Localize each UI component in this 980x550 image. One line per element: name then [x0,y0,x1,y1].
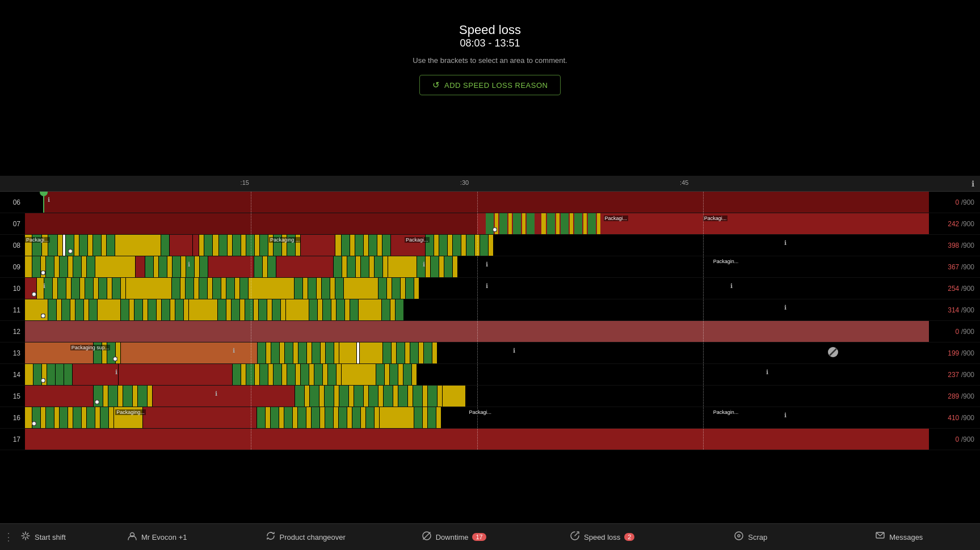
downtime-badge: 17 [472,533,486,541]
table-row: 13 [0,342,980,364]
row-hour-label: 17 [0,436,25,443]
vline [477,386,478,407]
packaging-label: Packaging sup... [70,345,111,350]
vline-30 [477,192,478,213]
row-count: 289 /900 [929,392,980,400]
speed-loss-icon [570,531,580,543]
info-icon2: ℹ [513,347,515,354]
green-strips [486,213,600,234]
vline [251,386,251,407]
info-icon: ℹ [233,347,235,354]
row-count: 237 /900 [929,371,980,379]
rows-container: 06 ℹ 0 /900 07 [0,192,980,523]
product-changeover-label: Product changeover [280,533,346,541]
row-count: 0 /900 [929,435,980,443]
speed-loss-badge: 2 [624,533,634,541]
vline [477,321,478,342]
tick-45: :45 [680,179,688,186]
row-count: 367 /900 [929,263,980,271]
info-icon: ℹ [215,390,217,397]
add-speed-loss-reason-button[interactable]: ↺ ADD SPEED LOSS REASON [419,75,561,95]
vline [251,342,251,363]
product-changeover-item[interactable]: Product changeover [231,531,380,543]
messages-label: Messages [889,533,923,541]
row-hour-label: 10 [0,285,25,292]
vline [703,278,704,299]
packaging-label: Packaging... [115,409,146,415]
vline [703,386,704,407]
vline [703,321,704,342]
messages-icon [875,531,885,543]
row-hour-label: 13 [0,350,25,357]
table-row: 16 [0,407,980,429]
title-area: Speed loss 08:03 - 13:51 [459,23,521,49]
info-icon: ℹ [784,239,786,247]
packaging-label3: Packagin... [712,409,740,415]
user-item[interactable]: Mr Evocon +1 [83,531,232,543]
add-reason-icon: ↺ [432,80,440,90]
svg-point-7 [738,535,740,537]
row-bar-area: Packaging sup... ℹ ℹ [25,342,929,363]
downtime-icon [422,531,432,543]
tick-30: :30 [460,179,469,186]
add-reason-label: ADD SPEED LOSS REASON [444,81,548,90]
table-row: 14 [0,364,980,386]
menu-dots-icon[interactable]: ⋮ [3,531,14,543]
table-row: 06 ℹ 0 /900 [0,192,980,213]
vline-15 [251,192,251,213]
row-hour-label: 12 [0,328,25,335]
vline [477,364,478,385]
info-icon3: ℹ [486,261,488,268]
current-time-line [43,192,44,213]
vline [703,213,704,234]
row-count: 254 /900 [929,285,980,293]
table-row: 11 [0,299,980,321]
row-bar-area: Packagi... Packagi... [25,213,929,234]
top-overlay: Speed loss 08:03 - 13:51 Use the bracket… [0,0,980,176]
start-shift-item[interactable]: Start shift [7,531,83,543]
row-bar-area: ℹ [25,299,929,320]
row-count: 0 /900 [929,328,980,336]
messages-item[interactable]: Messages [825,531,974,543]
product-changeover-icon [266,531,276,543]
chart-area: :15 :30 :45 ℹ 06 ℹ 0 /900 [0,176,980,523]
vline [251,235,251,256]
packaging-label2: Packaging ... [269,237,301,243]
no-sign-icon[interactable] [828,347,838,357]
row-info-icon: ℹ [48,196,50,204]
row-hour-label: 08 [0,242,25,249]
row-hour-label: 14 [0,371,25,378]
vline [477,278,478,299]
vline [251,321,251,342]
downtime-item[interactable]: Downtime 17 [380,531,528,543]
vline [703,407,704,428]
info-icon: ℹ [43,282,45,290]
row-bar-area: ℹ [25,192,929,213]
row-bar-area: ℹ [25,386,929,407]
subtitle: Use the brackets to select an area to co… [413,56,567,65]
tick-15: :15 [241,179,249,186]
time-range: 08:03 - 13:51 [459,37,521,49]
vline [477,213,478,234]
info-icon: ℹ [971,179,974,188]
vline [251,407,251,428]
vline [703,256,704,277]
row-hour-label: 06 [0,199,25,206]
vline [703,364,704,385]
vline [251,299,251,320]
vline [477,299,478,320]
scrap-item[interactable]: Scrap [676,531,825,543]
info-icon2: ℹ [486,282,488,290]
info-icon2: ℹ [766,369,768,376]
info-icon: ℹ [784,304,786,311]
row-bar-area: ℹ ℹ ℹ [25,278,929,299]
vline [703,299,704,320]
table-row: 08 Packagi... [0,235,980,256]
packaging-label2: Packagi... [468,409,493,415]
speed-loss-item[interactable]: Speed loss 2 [528,531,676,543]
packaging-label: Packagin... [712,259,740,264]
row-hour-label: 15 [0,393,25,400]
user-icon [127,531,137,543]
vline [477,256,478,277]
table-row: 10 [0,278,980,299]
